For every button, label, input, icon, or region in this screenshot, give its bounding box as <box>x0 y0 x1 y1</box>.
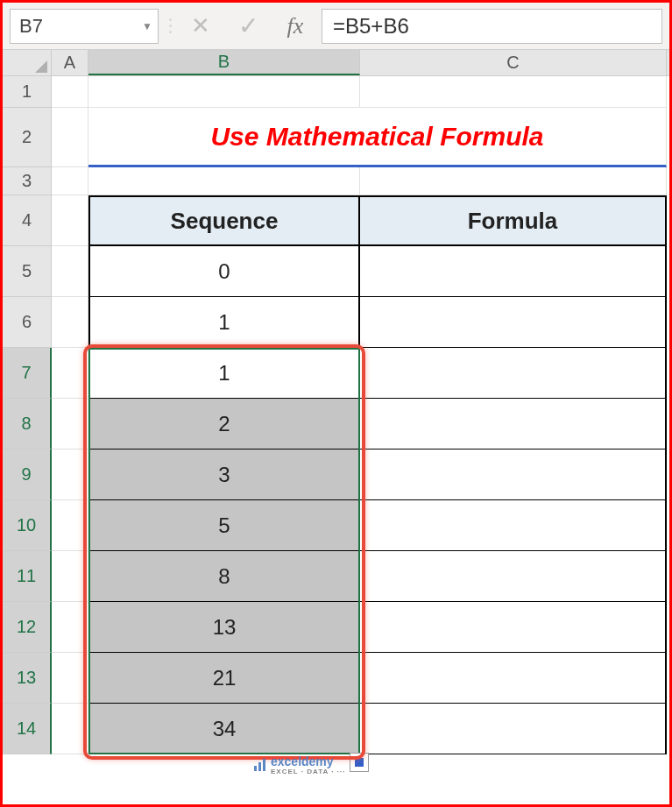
cell-B14[interactable]: 34 <box>88 704 360 754</box>
cell-B11[interactable]: 8 <box>88 551 360 602</box>
cell-C14[interactable] <box>360 704 667 754</box>
row-header-11[interactable]: 11 <box>3 551 52 602</box>
cell-A13[interactable] <box>52 653 88 704</box>
svg-rect-0 <box>254 766 257 771</box>
watermark: exceldemy EXCEL · DATA · ··· <box>253 754 345 775</box>
cell-C12[interactable] <box>360 602 667 653</box>
cell-A8[interactable] <box>52 399 88 450</box>
enter-icon: ✓ <box>227 9 269 44</box>
cell-B13[interactable]: 21 <box>88 653 360 704</box>
cell-C10[interactable] <box>360 500 667 551</box>
watermark-text: exceldemy <box>271 754 334 768</box>
svg-rect-2 <box>263 759 265 771</box>
cell-B12[interactable]: 13 <box>88 602 360 653</box>
col-header-A[interactable]: A <box>52 50 88 75</box>
select-all-corner[interactable] <box>3 50 52 76</box>
header-sequence[interactable]: Sequence <box>88 195 360 246</box>
name-box-value: B7 <box>19 15 43 38</box>
name-box[interactable]: B7 ▼ <box>10 9 159 44</box>
row-header-10[interactable]: 10 <box>3 500 52 551</box>
cell-A2[interactable] <box>52 108 88 167</box>
col-header-B[interactable]: B <box>88 50 360 75</box>
cell-C8[interactable] <box>360 399 667 450</box>
cell-A9[interactable] <box>52 450 88 500</box>
row-header-7[interactable]: 7 <box>3 348 52 399</box>
row-header-1[interactable]: 1 <box>3 76 51 108</box>
cell-C9[interactable] <box>360 450 667 500</box>
row-header-5[interactable]: 5 <box>3 246 51 297</box>
cell-C6[interactable] <box>360 297 667 348</box>
row-header-14[interactable]: 14 <box>3 704 52 754</box>
title-cell[interactable]: Use Mathematical Formula <box>88 108 667 167</box>
cells-area[interactable]: Use Mathematical Formula Sequence Formul… <box>52 76 669 804</box>
cell-C3[interactable] <box>360 167 667 195</box>
cell-C7[interactable] <box>360 348 667 399</box>
spreadsheet-grid: A B C 1 2 3 4 5 6 7 8 9 10 11 12 13 14 U… <box>3 50 669 804</box>
row-header-12[interactable]: 12 <box>3 602 52 653</box>
row-headers: 1 2 3 4 5 6 7 8 9 10 11 12 13 14 <box>3 76 52 754</box>
cancel-icon: ✕ <box>180 9 222 44</box>
row-header-8[interactable]: 8 <box>3 399 52 450</box>
cell-A11[interactable] <box>52 551 88 602</box>
autofill-options-icon[interactable] <box>350 753 369 772</box>
cell-A7[interactable] <box>52 348 88 399</box>
formula-input[interactable]: =B5+B6 <box>322 9 662 44</box>
row-header-4[interactable]: 4 <box>3 195 51 246</box>
cell-B1[interactable] <box>88 76 360 108</box>
row-header-3[interactable]: 3 <box>3 167 51 195</box>
cell-C1[interactable] <box>360 76 667 108</box>
cell-B3[interactable] <box>88 167 360 195</box>
formula-text: =B5+B6 <box>333 14 409 39</box>
chart-icon <box>253 758 267 772</box>
cell-C5[interactable] <box>360 246 667 297</box>
cell-A5[interactable] <box>52 246 88 297</box>
cell-A10[interactable] <box>52 500 88 551</box>
header-formula[interactable]: Formula <box>360 195 667 246</box>
formula-bar-separator <box>164 10 174 43</box>
cell-B10[interactable]: 5 <box>88 500 360 551</box>
fx-icon[interactable]: fx <box>274 9 316 44</box>
cell-B5[interactable]: 0 <box>88 246 360 297</box>
svg-rect-1 <box>258 762 261 771</box>
cell-B9[interactable]: 3 <box>88 450 360 500</box>
row-header-9[interactable]: 9 <box>3 450 52 500</box>
cell-B7[interactable]: 1 <box>88 348 360 399</box>
formula-bar: B7 ▼ ✕ ✓ fx =B5+B6 <box>3 3 669 50</box>
cell-A4[interactable] <box>52 195 88 246</box>
title-text: Use Mathematical Formula <box>210 122 543 152</box>
cell-A12[interactable] <box>52 602 88 653</box>
cell-A6[interactable] <box>52 297 88 348</box>
cell-A14[interactable] <box>52 704 88 754</box>
row-header-13[interactable]: 13 <box>3 653 52 704</box>
cell-C11[interactable] <box>360 551 667 602</box>
col-header-C[interactable]: C <box>360 50 667 75</box>
row-header-2[interactable]: 2 <box>3 108 51 167</box>
cell-B8[interactable]: 2 <box>88 399 360 450</box>
chevron-down-icon[interactable]: ▼ <box>142 20 152 32</box>
cell-B6[interactable]: 1 <box>88 297 360 348</box>
cell-A1[interactable] <box>52 76 88 108</box>
cell-A3[interactable] <box>52 167 88 195</box>
cell-C13[interactable] <box>360 653 667 704</box>
watermark-sub: EXCEL · DATA · ··· <box>271 768 345 775</box>
row-header-6[interactable]: 6 <box>3 297 51 348</box>
column-headers: A B C <box>52 50 669 76</box>
